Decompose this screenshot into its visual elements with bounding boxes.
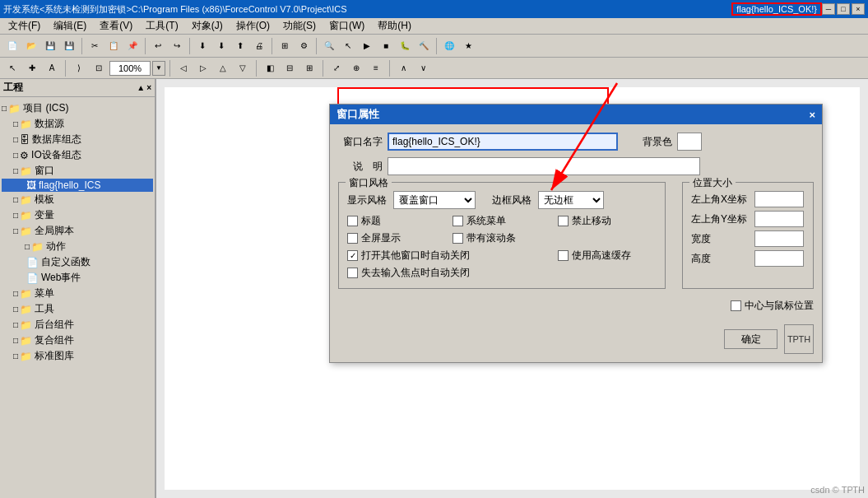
bg-color-picker[interactable] bbox=[677, 133, 702, 151]
tb2-b2[interactable]: ⊟ bbox=[281, 59, 299, 77]
tree-item-customfunc[interactable]: 📄 自定义函数 bbox=[2, 254, 153, 270]
zoom-dropdown[interactable]: ▼ bbox=[152, 61, 165, 76]
tb2-d2[interactable]: ∨ bbox=[414, 59, 432, 77]
expand-tools[interactable]: □ bbox=[13, 305, 18, 314]
tb-build[interactable]: 🔨 bbox=[415, 37, 433, 55]
border-style-select[interactable]: 无边框 固定边框 可变边框 bbox=[538, 191, 604, 209]
tree-item-flag[interactable]: 🖼 flag{hello_ICS bbox=[2, 179, 153, 192]
panel-close-icon[interactable]: × bbox=[146, 83, 151, 92]
cb-lostfocus[interactable]: 失去输入焦点时自动关闭 bbox=[347, 266, 551, 280]
tree-item-variable[interactable]: □ 📁 变量 bbox=[2, 207, 153, 223]
tree-item-backend[interactable]: □ 📁 后台组件 bbox=[2, 317, 153, 333]
cb-autoclose[interactable]: ✓ 打开其他窗口时自动关闭 bbox=[347, 249, 551, 263]
tb-run[interactable]: ▶ bbox=[358, 37, 376, 55]
tb2-c2[interactable]: ⊕ bbox=[347, 59, 365, 77]
cb-nomove-box[interactable] bbox=[558, 216, 569, 226]
tb2-c1[interactable]: ⤢ bbox=[327, 59, 346, 77]
window-properties-dialog[interactable]: 窗口属性 × 窗口名字 背景色 说 明 bbox=[329, 104, 823, 363]
tb2-a2[interactable]: ▷ bbox=[194, 59, 212, 77]
cb-lostfocus-box[interactable] bbox=[347, 268, 358, 278]
expand-globalscript[interactable]: □ bbox=[13, 226, 18, 235]
close-button[interactable]: × bbox=[852, 3, 865, 15]
tb2-cursor2[interactable]: ✚ bbox=[23, 59, 41, 77]
cb-nomove[interactable]: 禁止移动 bbox=[558, 214, 657, 228]
menu-object[interactable]: 对象(J) bbox=[187, 18, 228, 34]
tb-grid[interactable]: ⊞ bbox=[276, 37, 294, 55]
desc-input[interactable] bbox=[388, 157, 700, 175]
tree-item-stdlib[interactable]: □ 📁 标准图库 bbox=[2, 348, 153, 364]
tb-save[interactable]: 💾 bbox=[41, 37, 59, 55]
tb2-b1[interactable]: ◧ bbox=[261, 59, 279, 77]
tb2-a1[interactable]: ◁ bbox=[174, 59, 193, 77]
expand-window[interactable]: □ bbox=[13, 166, 18, 175]
tree-item-action[interactable]: □ 📁 动作 bbox=[2, 239, 153, 254]
expand-project[interactable]: □ bbox=[2, 104, 7, 113]
expand-variable[interactable]: □ bbox=[13, 211, 18, 220]
expand-template[interactable]: □ bbox=[13, 195, 18, 204]
cb-scrollbar[interactable]: 带有滚动条 bbox=[453, 231, 551, 245]
menu-view[interactable]: 查看(V) bbox=[95, 18, 137, 34]
menu-operation[interactable]: 操作(O) bbox=[231, 18, 275, 34]
tb2-c3[interactable]: ≡ bbox=[367, 59, 385, 77]
tree-item-composite[interactable]: □ 📁 复合组件 bbox=[2, 333, 153, 348]
tree-item-dbgroup[interactable]: □ 🗄 数据库组态 bbox=[2, 132, 153, 147]
tree-item-window[interactable]: □ 📁 窗口 bbox=[2, 163, 153, 179]
tb-new[interactable]: 📄 bbox=[3, 37, 21, 55]
pos-input-h[interactable] bbox=[754, 250, 804, 267]
expand-composite[interactable]: □ bbox=[13, 336, 18, 345]
tb2-d1[interactable]: ∧ bbox=[394, 59, 412, 77]
tb2-text[interactable]: A bbox=[43, 59, 61, 77]
cb-fullscreen-box[interactable] bbox=[347, 233, 358, 244]
tb-open[interactable]: 📂 bbox=[22, 37, 40, 55]
tree-item-iogroup[interactable]: □ ⚙ IO设备组态 bbox=[2, 147, 153, 163]
tree-item-globalscript[interactable]: □ 📁 全局脚本 bbox=[2, 223, 153, 239]
tb2-a4[interactable]: ▽ bbox=[234, 59, 252, 77]
tb2-more2[interactable]: ⊡ bbox=[90, 59, 108, 77]
cb-sysmenu-box[interactable] bbox=[453, 216, 463, 226]
tb-redo[interactable]: ↪ bbox=[168, 37, 186, 55]
cb-center-box[interactable] bbox=[731, 300, 741, 311]
pos-input-y[interactable] bbox=[754, 211, 804, 227]
tb-setting[interactable]: ⚙ bbox=[295, 37, 313, 55]
tb-cut[interactable]: ✂ bbox=[86, 37, 104, 55]
expand-datasrc[interactable]: □ bbox=[13, 119, 18, 128]
tb2-a3[interactable]: △ bbox=[214, 59, 232, 77]
tree-item-project[interactable]: □ 📁 项目 (ICS) bbox=[2, 100, 153, 116]
tb-debug[interactable]: 🐛 bbox=[396, 37, 414, 55]
tb-upload[interactable]: ⬆ bbox=[231, 37, 249, 55]
maximize-button[interactable]: □ bbox=[837, 3, 850, 15]
tree-item-menu[interactable]: □ 📁 菜单 bbox=[2, 286, 153, 301]
display-style-select[interactable]: 覆盖窗口 弹出窗口 替换窗口 bbox=[393, 191, 476, 209]
cb-sysmenu[interactable]: 系统菜单 bbox=[453, 214, 551, 228]
tb-search[interactable]: 🔍 bbox=[320, 37, 338, 55]
dialog-close-icon[interactable]: × bbox=[809, 109, 815, 121]
name-input[interactable] bbox=[388, 133, 618, 151]
panel-pin-icon[interactable]: ▲ bbox=[137, 83, 145, 92]
tree-item-tools[interactable]: □ 📁 工具 bbox=[2, 301, 153, 317]
tb-download2[interactable]: ⬇ bbox=[212, 37, 230, 55]
menu-window[interactable]: 窗口(W) bbox=[324, 18, 369, 34]
tb-copy[interactable]: 📋 bbox=[104, 37, 123, 55]
tb-globe[interactable]: 🌐 bbox=[440, 37, 458, 55]
expand-action[interactable]: □ bbox=[25, 242, 30, 251]
tb2-more1[interactable]: ⟩ bbox=[70, 59, 88, 77]
cb-scrollbar-box[interactable] bbox=[453, 233, 463, 244]
tb-cursor[interactable]: ↖ bbox=[339, 37, 357, 55]
menu-tools[interactable]: 工具(T) bbox=[141, 18, 183, 34]
menu-help[interactable]: 帮助(H) bbox=[373, 18, 416, 34]
expand-menu[interactable]: □ bbox=[13, 289, 18, 298]
cb-fastcache-box[interactable] bbox=[558, 250, 569, 261]
tb-undo[interactable]: ↩ bbox=[149, 37, 167, 55]
tb-paste[interactable]: 📌 bbox=[123, 37, 142, 55]
tb-save2[interactable]: 💾 bbox=[60, 37, 78, 55]
tb2-b3[interactable]: ⊞ bbox=[300, 59, 318, 77]
pos-input-w[interactable] bbox=[754, 230, 804, 247]
expand-iogroup[interactable]: □ bbox=[13, 151, 18, 160]
menu-edit[interactable]: 编辑(E) bbox=[49, 18, 91, 34]
tree-item-datasrc[interactable]: □ 📁 数据源 bbox=[2, 116, 153, 132]
tb2-select[interactable]: ↖ bbox=[3, 59, 21, 77]
expand-stdlib[interactable]: □ bbox=[13, 351, 18, 361]
expand-dbgroup[interactable]: □ bbox=[13, 135, 18, 144]
tb-download[interactable]: ⬇ bbox=[193, 37, 211, 55]
expand-backend[interactable]: □ bbox=[13, 320, 18, 329]
